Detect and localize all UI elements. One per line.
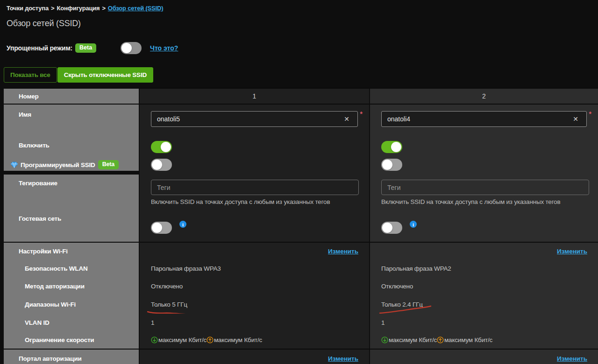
ssid2-name-input[interactable] — [381, 111, 587, 127]
row-label-wifi-settings: Настройки Wi-Fi — [4, 243, 139, 259]
table-row-auth-method: Метод авторизации Отключено Отключено — [4, 277, 598, 295]
ssid2-enable-cell — [369, 138, 598, 158]
table-row-wifi-bands: Диапазоны Wi-Fi Только 5 ГГц Только 2.4 … — [4, 295, 598, 314]
tags-help-text: Включить SSID на точках доступа с любым … — [381, 198, 598, 205]
tags-help-text: Включить SSID на точках доступа с любым … — [151, 198, 369, 205]
ssid2-auth-portal-cell: Изменить — [369, 350, 598, 364]
toggle-knob — [382, 160, 392, 170]
table-row-number: Номер 1 2 — [4, 89, 598, 104]
breadcrumb-separator: > — [51, 5, 54, 12]
ssid1-enable-toggle[interactable] — [151, 141, 172, 153]
row-label-rate-limit: Ограничение скорости — [4, 331, 139, 349]
download-limit-icon — [151, 336, 158, 343]
ssid1-programmable-cell — [139, 158, 369, 175]
row-label-guest-network: Гостевая сеть — [4, 210, 139, 242]
toggle-knob — [152, 160, 162, 170]
ssid2-portal-edit-link[interactable]: Изменить — [557, 355, 587, 362]
page-title: Обзор сетей (SSID) — [7, 19, 591, 28]
info-icon[interactable]: i — [410, 221, 417, 228]
table-row-programmable-ssid: Программируемый SSID Beta — [4, 158, 598, 175]
ssid1-rate-up-text: максимум Кбит/с — [214, 336, 262, 343]
ssid2-wifi-bands-cell: Только 2.4 ГГц — [369, 295, 598, 314]
ssid1-wifi-bands-cell: Только 5 ГГц — [139, 295, 369, 314]
ssid1-name-cell: ✕ * — [139, 105, 369, 138]
toggle-knob — [152, 223, 162, 233]
breadcrumb-item-configuration: Конфигурация — [57, 5, 100, 12]
ssid1-number: 1 — [139, 89, 369, 104]
download-limit-icon — [381, 336, 388, 343]
ssid1-programmable-toggle[interactable] — [151, 159, 172, 171]
table-row-name: Имя ✕ * ✕ * — [4, 105, 598, 138]
ssid1-name-input[interactable] — [151, 111, 358, 127]
ssid1-auth-method-value: Отключено — [139, 277, 369, 295]
what-is-this-link[interactable]: Что это? — [150, 44, 178, 52]
ssid1-guest-toggle[interactable] — [151, 222, 172, 234]
programmable-beta-badge: Beta — [98, 160, 119, 169]
upload-limit-icon — [437, 336, 444, 343]
ssid2-wifi-bands-value: Только 2.4 ГГц — [381, 301, 423, 308]
simple-mode-beta-badge: Beta — [75, 43, 96, 53]
breadcrumb: Точки доступа>Конфигурация>Обзор сетей (… — [7, 5, 591, 12]
show-all-button[interactable]: Показать все — [4, 67, 57, 83]
table-row-enable: Включить — [4, 138, 598, 158]
ssid2-vlan-id-value: 1 — [369, 314, 598, 331]
info-icon[interactable]: i — [179, 221, 186, 228]
ssid2-programmable-cell — [369, 158, 598, 175]
ssid1-portal-edit-link[interactable]: Изменить — [328, 355, 358, 362]
gem-icon — [10, 161, 18, 168]
hide-disabled-ssid-button[interactable]: Скрыть отключенные SSID — [57, 67, 153, 83]
simple-mode-toggle[interactable] — [121, 42, 142, 54]
ssid1-auth-portal-cell: Изменить — [139, 350, 369, 364]
row-label-name: Имя — [4, 105, 139, 138]
ssid2-tagging-cell: Включить SSID на точках доступа с любым … — [369, 175, 598, 210]
table-row-rate-limit: Ограничение скорости максимум Кбит/с мак… — [4, 331, 598, 349]
ssid1-wifi-bands-value: Только 5 ГГц — [151, 301, 187, 308]
breadcrumb-item-access-points: Точки доступа — [7, 5, 49, 12]
toggle-knob — [161, 142, 171, 152]
row-label-auth-portal: Портал авторизации — [4, 350, 139, 364]
row-label-wlan-security: Безопасность WLAN — [4, 259, 139, 277]
ssid2-number: 2 — [369, 89, 598, 104]
ssid1-tagging-cell: Включить SSID на точках доступа с любым … — [139, 175, 369, 210]
required-asterisk: * — [589, 111, 591, 127]
clear-icon[interactable]: ✕ — [573, 115, 578, 123]
ssid1-rate-limit-cell: максимум Кбит/с максимум Кбит/с — [139, 331, 369, 349]
ssid2-tags-input[interactable] — [381, 180, 589, 195]
ssid2-auth-method-value: Отключено — [369, 277, 598, 295]
ssid-table: Номер 1 2 Имя ✕ * ✕ * Включить — [4, 88, 598, 364]
ssid1-wifi-edit-link[interactable]: Изменить — [328, 248, 358, 255]
row-label-enable: Включить — [4, 138, 139, 158]
ssid1-guest-cell: i — [139, 210, 369, 242]
ssid2-rate-up-text: максимум Кбит/с — [444, 336, 492, 343]
breadcrumb-separator: > — [102, 5, 105, 12]
breadcrumb-link-ssid-overview[interactable]: Обзор сетей (SSID) — [108, 5, 164, 12]
row-label-wifi-bands: Диапазоны Wi-Fi — [4, 295, 139, 314]
ssid1-tags-input[interactable] — [151, 180, 359, 195]
row-label-programmable-ssid: Программируемый SSID Beta — [4, 158, 139, 171]
row-label-vlan-id: VLAN ID — [4, 314, 139, 331]
ssid2-enable-toggle[interactable] — [381, 141, 402, 153]
table-row-guest-network: Гостевая сеть i i — [4, 210, 598, 242]
table-row-auth-portal: Портал авторизации Изменить Изменить — [4, 350, 598, 364]
table-row-vlan-id: VLAN ID 1 1 — [4, 314, 598, 331]
ssid2-rate-down-text: максимум Кбит/с — [389, 336, 437, 343]
ssid1-rate-down-text: максимум Кбит/с — [158, 336, 206, 343]
ssid2-guest-cell: i — [369, 210, 598, 242]
ssid1-vlan-id-value: 1 — [139, 314, 369, 331]
upload-limit-icon — [206, 336, 214, 343]
toggle-knob — [121, 43, 132, 53]
required-asterisk: * — [360, 111, 363, 127]
ssid2-wifi-settings-cell: Изменить — [369, 243, 598, 259]
table-row-tagging: Тегирование Включить SSID на точках дост… — [4, 175, 598, 210]
toggle-knob — [391, 142, 401, 152]
ssid1-wifi-settings-cell: Изменить — [139, 243, 369, 259]
clear-icon[interactable]: ✕ — [344, 115, 349, 123]
ssid2-guest-toggle[interactable] — [381, 222, 402, 234]
row-label-auth-method: Метод авторизации — [4, 277, 139, 295]
table-row-wlan-security: Безопасность WLAN Парольная фраза WPA3 П… — [4, 259, 598, 277]
ssid-filter-buttons: Показать все Скрыть отключенные SSID — [4, 67, 591, 83]
ssid2-programmable-toggle[interactable] — [381, 159, 402, 171]
ssid2-wifi-edit-link[interactable]: Изменить — [557, 248, 587, 255]
simple-mode-label: Упрощенный режим: — [7, 44, 72, 52]
toggle-knob — [382, 223, 392, 233]
